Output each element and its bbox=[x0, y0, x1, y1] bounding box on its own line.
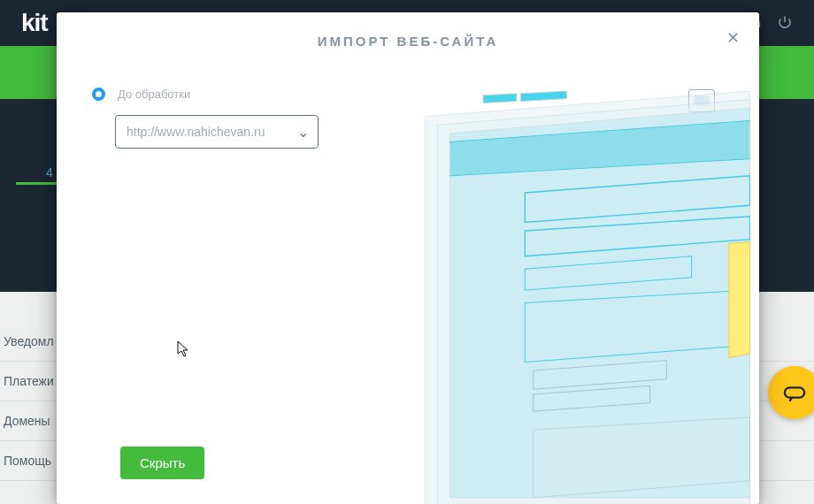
stage-row: До обработки bbox=[92, 88, 382, 101]
svg-marker-6 bbox=[521, 91, 567, 101]
url-select[interactable]: http://www.nahichevan.ru ⌄ bbox=[115, 115, 319, 149]
wireframe-preview bbox=[400, 91, 750, 504]
svg-marker-5 bbox=[484, 94, 518, 103]
svg-marker-17 bbox=[729, 242, 750, 358]
url-value: http://www.nahichevan.ru bbox=[127, 125, 265, 139]
modal-title: ИМПОРТ ВЕБ-САЙТА bbox=[57, 12, 759, 65]
stage-label: До обработки bbox=[118, 88, 190, 101]
cursor-icon bbox=[177, 340, 191, 362]
hide-button[interactable]: Скрыть bbox=[120, 447, 204, 479]
import-modal: ✕ ИМПОРТ ВЕБ-САЙТА До обработки http://w… bbox=[57, 12, 759, 504]
chevron-down-icon: ⌄ bbox=[297, 124, 309, 141]
stage-radio-icon bbox=[92, 88, 105, 101]
close-icon[interactable]: ✕ bbox=[726, 28, 740, 48]
